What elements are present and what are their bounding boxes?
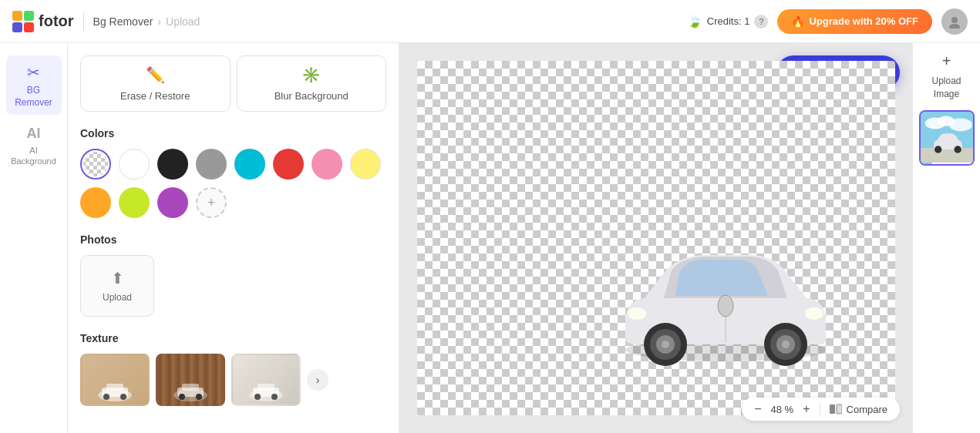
color-swatch-gray[interactable] (196, 149, 227, 180)
svg-point-33 (628, 307, 646, 320)
thumbnail-preview (921, 112, 973, 164)
texture-light[interactable] (231, 354, 301, 406)
svg-point-14 (179, 394, 185, 400)
image-thumbnail[interactable] (919, 110, 975, 166)
breadcrumb-current: Upload (166, 15, 200, 28)
zoom-value: 48 % (771, 404, 794, 415)
canvas-container[interactable] (417, 61, 895, 415)
ai-icon: AI (27, 126, 41, 142)
svg-rect-2 (12, 22, 22, 32)
svg-point-31 (782, 341, 790, 348)
tab-erase-restore[interactable]: ✏️ Erase / Restore (80, 55, 231, 112)
texture-wood[interactable] (156, 354, 225, 406)
credits-area: 🍃 Credits: 1 ? (687, 14, 769, 29)
upgrade-label: Upgrade with 20% OFF (809, 15, 918, 27)
scissors-icon: ✂ (27, 63, 40, 82)
zoom-in-button[interactable]: + (803, 402, 810, 416)
texture-title: Texture (80, 332, 386, 344)
plus-icon: + (942, 52, 951, 70)
car-in-sand-icon (96, 378, 134, 401)
sidebar-item-ai-background[interactable]: AI AIBackground (6, 118, 62, 173)
tab-blur-background[interactable]: ✳️ Blur Background (237, 55, 387, 112)
svg-point-32 (805, 307, 823, 320)
svg-rect-3 (24, 22, 34, 32)
brush-icon: ✏️ (146, 65, 165, 84)
svg-point-15 (196, 394, 202, 400)
texture-next-button[interactable]: › (307, 369, 328, 391)
svg-point-9 (103, 394, 109, 400)
svg-rect-41 (921, 148, 973, 163)
tools-panel: ✏️ Erase / Restore ✳️ Blur Background Co… (68, 43, 399, 433)
svg-point-42 (934, 146, 941, 153)
car-in-wood-icon (171, 378, 210, 401)
logo-text: fotor (39, 12, 74, 30)
credits-label: Credits: 1 (707, 15, 750, 27)
compare-label: Compare (847, 404, 887, 415)
tab-erase-restore-label: Erase / Restore (120, 90, 190, 102)
color-swatch-black[interactable] (157, 149, 188, 180)
color-swatch-red[interactable] (273, 149, 304, 180)
photos-section: Photos ⬆ Upload (80, 233, 386, 317)
sidebar-item-bg-remover[interactable]: ✂ BGRemover (6, 55, 62, 115)
texture-sand[interactable] (80, 354, 150, 406)
svg-point-5 (949, 24, 960, 29)
svg-rect-35 (830, 404, 835, 414)
svg-point-43 (954, 146, 961, 153)
color-swatch-white[interactable] (119, 149, 150, 180)
color-swatch-yellow[interactable] (350, 149, 381, 180)
texture-section: Texture (80, 332, 386, 406)
fotor-logo-icon (12, 11, 34, 32)
upload-arrow-icon: ⬆ (111, 269, 124, 287)
car-in-light-icon (247, 378, 285, 401)
zoom-divider (820, 403, 820, 415)
breadcrumb: Bg Remover › Upload (93, 15, 200, 28)
upload-image-label: UploadImage (931, 75, 961, 101)
upload-image-button[interactable]: + UploadImage (919, 52, 975, 101)
breadcrumb-separator: › (157, 15, 161, 28)
svg-point-40 (948, 118, 972, 131)
color-swatch-orange[interactable] (80, 187, 111, 218)
zoom-out-button[interactable]: − (754, 402, 761, 416)
svg-rect-13 (182, 384, 199, 391)
photos-upload-label: Upload (103, 292, 132, 303)
user-icon (948, 15, 961, 29)
help-icon[interactable]: ? (754, 15, 768, 29)
svg-rect-0 (12, 11, 22, 21)
photos-title: Photos (80, 233, 386, 246)
svg-rect-1 (24, 11, 34, 21)
zoom-bar: − 48 % + Compare (742, 398, 900, 421)
header-divider (83, 12, 84, 31)
color-swatch-pink[interactable] (312, 149, 342, 180)
svg-rect-18 (258, 384, 274, 391)
blur-icon: ✳️ (301, 65, 321, 84)
logo: fotor (12, 11, 74, 32)
car-image (602, 215, 849, 369)
thumbnail-svg (921, 110, 973, 164)
user-avatar-button[interactable] (941, 8, 968, 35)
svg-point-19 (254, 394, 261, 400)
color-swatch-purple[interactable] (157, 187, 188, 218)
svg-point-27 (662, 341, 669, 348)
color-swatch-cyan[interactable] (234, 149, 265, 180)
color-swatch-lime[interactable] (119, 187, 150, 218)
color-swatch-add[interactable]: + (196, 187, 227, 218)
upgrade-button[interactable]: 🔥 Upgrade with 20% OFF (777, 9, 932, 34)
right-panel: + UploadImage (912, 43, 980, 433)
color-swatch-transparent[interactable] (80, 149, 111, 180)
photos-upload-box[interactable]: ⬆ Upload (80, 255, 154, 317)
svg-point-4 (951, 17, 958, 23)
app-header: fotor Bg Remover › Upload 🍃 Credits: 1 ?… (0, 0, 980, 43)
svg-point-20 (271, 394, 278, 400)
canvas-area: Download (399, 43, 912, 433)
color-grid: + (80, 149, 386, 218)
tool-tabs: ✏️ Erase / Restore ✳️ Blur Background (80, 55, 386, 112)
compare-button[interactable]: Compare (830, 403, 887, 415)
svg-point-10 (120, 394, 126, 400)
left-sidebar: ✂ BGRemover AI AIBackground (0, 43, 68, 433)
sidebar-item-ai-label: AIBackground (11, 145, 56, 167)
breadcrumb-tool: Bg Remover (93, 15, 153, 28)
compare-icon (830, 403, 842, 415)
tab-blur-background-label: Blur Background (274, 90, 349, 102)
texture-row: › (80, 354, 386, 406)
svg-point-34 (718, 295, 733, 317)
